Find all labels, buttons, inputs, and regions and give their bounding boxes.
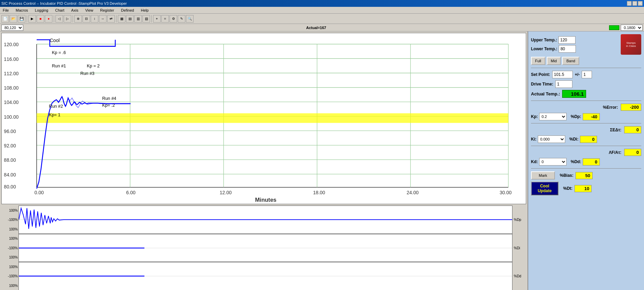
- svg-text:Kp = 2: Kp = 2: [87, 63, 100, 68]
- tb-misc2[interactable]: ⌗: [161, 15, 169, 23]
- close-btn[interactable]: ×: [638, 1, 643, 6]
- actualtemp-value: 106.1: [562, 90, 586, 98]
- tb-misc5[interactable]: 🔍: [186, 15, 194, 23]
- divider5: [531, 168, 641, 169]
- tb-chart4[interactable]: ▧: [143, 15, 150, 23]
- dd-chart-row: 100% -100% 100% %Dd: [1, 262, 526, 290]
- menu-macros[interactable]: Macros: [14, 8, 29, 13]
- dd-label: %Dd:: [571, 159, 581, 164]
- top-chart: 120.00 116.00 112.00 108.00 104.00 100.0…: [1, 33, 526, 204]
- di-left-labels: 100% -100% 100%: [1, 234, 18, 262]
- di-chart-row: 100% -100% 100% %Di: [1, 234, 526, 262]
- plusminus-label: +/-: [575, 72, 580, 77]
- tb-btn4[interactable]: ↔: [99, 15, 107, 23]
- tb-btn5[interactable]: ⇄: [107, 15, 115, 23]
- svg-text:116.00: 116.00: [4, 56, 18, 62]
- svg-text:Kp = .6: Kp = .6: [52, 50, 66, 55]
- svg-text:Kp= 1: Kp= 1: [49, 112, 61, 117]
- svg-text:108.00: 108.00: [4, 85, 18, 91]
- maximize-btn[interactable]: □: [632, 1, 637, 6]
- tb-chart3[interactable]: ▥: [134, 15, 142, 23]
- svg-text:0.00: 0.00: [35, 190, 44, 195]
- se-label: ΣEΔτ:: [610, 128, 621, 132]
- kp-select[interactable]: 0.2 0.4 0.6 1 2: [539, 113, 567, 120]
- zoom-out-btn[interactable]: ▷: [64, 15, 71, 23]
- band-btn[interactable]: Band: [562, 57, 579, 65]
- menu-register[interactable]: Register: [99, 8, 115, 13]
- divider2: [531, 101, 641, 101]
- tb-misc3[interactable]: ⚙: [170, 15, 177, 23]
- af-value: 0: [624, 149, 641, 156]
- menu-defined[interactable]: Defined: [120, 8, 135, 13]
- di-chart-canvas: [18, 234, 512, 262]
- full-btn[interactable]: Full: [531, 57, 545, 65]
- drivetime-input[interactable]: [555, 80, 572, 88]
- svg-text:100.00: 100.00: [4, 114, 18, 120]
- dp-right-label: %Dp: [512, 206, 526, 234]
- divider4: [531, 146, 641, 146]
- svg-text:92.00: 92.00: [4, 143, 16, 148]
- tb-btn3[interactable]: ↕: [91, 15, 98, 23]
- lower-temp-input[interactable]: [559, 45, 576, 53]
- svg-text:30.00: 30.00: [500, 190, 512, 195]
- bias-label: %Bias:: [560, 173, 573, 178]
- new-btn[interactable]: 📄: [1, 15, 9, 23]
- coords-dropdown[interactable]: 80,120: [1, 25, 23, 31]
- svg-text:80.00: 80.00: [4, 184, 16, 189]
- tb-chart2[interactable]: ▤: [126, 15, 134, 23]
- drivetime-label: Drive Time:: [531, 82, 553, 87]
- tb-misc1[interactable]: ⌖: [153, 15, 161, 23]
- actual-display: Actual=167: [25, 26, 608, 30]
- menu-file[interactable]: File: [1, 8, 10, 13]
- mark-btn[interactable]: Mark: [531, 171, 555, 180]
- menu-view[interactable]: View: [84, 8, 95, 13]
- svg-text:Run #1: Run #1: [52, 63, 66, 68]
- mid-btn[interactable]: Mid: [547, 57, 561, 65]
- svg-text:96.00: 96.00: [4, 129, 16, 134]
- bias-value: 50: [575, 172, 593, 179]
- temp-range-row: Upper Temp.: Lower Temp.: Stampsin Class: [531, 34, 641, 55]
- tb-btn1[interactable]: ⊕: [74, 15, 82, 23]
- di-value: 0: [580, 136, 597, 143]
- open-btn[interactable]: 📂: [10, 15, 17, 23]
- record-btn[interactable]: ●: [45, 15, 52, 23]
- setpoint-input[interactable]: [552, 71, 573, 78]
- di-label: %Di:: [569, 137, 579, 142]
- menu-axis[interactable]: Axis: [70, 8, 80, 13]
- tb-chart1[interactable]: ▦: [118, 15, 125, 23]
- save-btn[interactable]: 💾: [18, 15, 25, 23]
- top-chart-svg: 120.00 116.00 112.00 108.00 104.00 100.0…: [2, 33, 526, 204]
- view-mode-row: Full Mid Band: [531, 57, 641, 65]
- cool-update-btn[interactable]: Cool Update: [531, 182, 558, 195]
- rate-dropdown[interactable]: 0.1800: [621, 25, 643, 31]
- window-controls[interactable]: _ □ ×: [627, 1, 643, 6]
- tb-misc4[interactable]: ✎: [178, 15, 185, 23]
- kd-label: Kd:: [531, 159, 538, 164]
- run-btn[interactable]: ▶: [28, 15, 36, 23]
- svg-text:88.00: 88.00: [4, 157, 16, 163]
- menu-logging[interactable]: Logging: [34, 8, 50, 13]
- menu-help[interactable]: Help: [139, 8, 150, 13]
- toolbar: 📄 📂 💾 ▶ ■ ● ◁ ▷ ⊕ ⊟ ↕ ↔ ⇄ ▦ ▤ ▥ ▧ ⌖ ⌗ ⚙ …: [0, 14, 644, 24]
- drivetime-row: Drive Time:: [531, 80, 641, 88]
- plusminus-input[interactable]: [582, 71, 592, 78]
- bottom-charts: 100% -100% 100% %Dp 100%: [1, 206, 526, 290]
- dp-chart-row: 100% -100% 100% %Dp: [1, 206, 526, 234]
- dd-left-labels: 100% -100% 100%: [1, 262, 18, 290]
- ki-di-row: Ki: 0.000 %Di: 0: [531, 135, 641, 143]
- chart-area: 120.00 116.00 112.00 108.00 104.00 100.0…: [0, 31, 528, 290]
- tb-btn2[interactable]: ⊟: [83, 15, 90, 23]
- svg-text:12.00: 12.00: [220, 190, 232, 195]
- stop-btn[interactable]: ■: [37, 15, 44, 23]
- menu-chart[interactable]: Chart: [54, 8, 66, 13]
- dp-value: -40: [583, 113, 600, 120]
- upper-temp-input[interactable]: [558, 36, 575, 44]
- setpoint-row: Set Point: +/-: [531, 71, 641, 78]
- ki-label: Ki:: [531, 137, 536, 142]
- ki-select[interactable]: 0.000: [538, 135, 565, 143]
- zoom-in-btn[interactable]: ◁: [55, 15, 63, 23]
- menu-bar: File Macros Logging Chart Axis View Regi…: [0, 7, 644, 14]
- kd-select[interactable]: 0: [539, 158, 567, 166]
- cool-dt-row: Cool Update %Dt: 10: [531, 182, 641, 195]
- minimize-btn[interactable]: _: [627, 1, 632, 6]
